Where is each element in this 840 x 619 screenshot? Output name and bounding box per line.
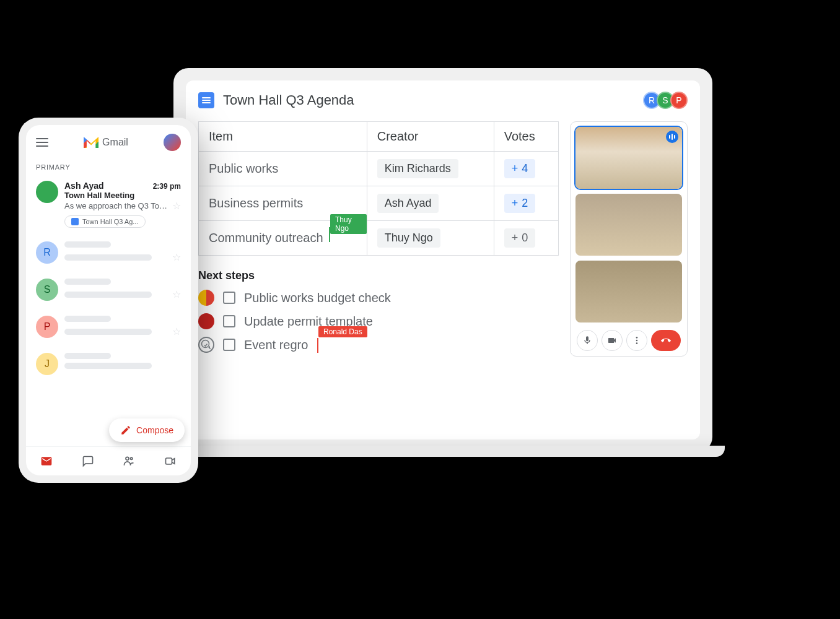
add-assignee-icon[interactable] [198,337,214,353]
step-row[interactable]: Event regro Ronald Das [198,337,559,353]
docs-header: Town Hall Q3 Agenda R S P [198,92,688,109]
docs-mini-icon [71,218,79,225]
meet-participant-tile[interactable] [575,127,682,189]
email-placeholder[interactable]: J [36,345,181,383]
docs-icon [198,92,214,108]
email-preview: As we approach the Q3 Town Ha... [64,201,168,210]
collaborator-avatars: R S P [647,92,688,109]
collaborator-cursor-red [317,338,318,353]
sender-avatar[interactable]: S [36,279,58,301]
vote-chip[interactable]: +2 [504,194,536,213]
cursor-tag-green: Thuy Ngo [330,214,367,234]
svg-rect-8 [165,458,172,464]
phone-frame: Gmail PRIMARY Ash Ayad 2:39 pm Town Hall… [19,118,198,483]
gmail-header: Gmail [26,125,191,160]
star-icon[interactable]: ☆ [172,288,181,300]
laptop-frame: Town Hall Q3 Agenda R S P Item Creator V… [173,68,712,452]
svg-point-7 [131,457,133,459]
email-subject: Town Hall Meeting [64,191,181,200]
svg-point-5 [636,342,638,344]
star-icon[interactable]: ☆ [172,326,181,337]
attachment-chip[interactable]: Town Hall Q3 Ag... [64,215,146,228]
nav-mail-icon[interactable] [40,454,53,468]
email-time: 2:39 pm [153,182,181,191]
svg-point-3 [636,337,638,339]
checkbox[interactable] [223,292,235,304]
step-row[interactable]: Public works budget check [198,290,559,306]
creator-chip[interactable]: Thuy Ngo [377,228,440,248]
table-row[interactable]: Public works Kim Richards +4 [199,152,559,186]
table-row[interactable]: Community outreach Thuy Ngo Thuy Ngo +0 [199,221,559,256]
gmail-brand-text: Gmail [102,137,128,148]
compose-label: Compose [136,425,173,435]
cell-item[interactable]: Public works [199,152,367,186]
more-options-button[interactable] [626,330,647,351]
sender-avatar[interactable] [36,181,58,203]
meet-panel-container [570,121,688,360]
meet-panel [570,121,688,357]
checkbox[interactable] [223,315,235,327]
mic-button[interactable] [577,330,598,351]
creator-chip[interactable]: Kim Richards [377,159,458,178]
sender-avatar[interactable]: R [36,241,58,264]
nav-spaces-icon[interactable] [122,454,136,468]
cell-item[interactable]: Community outreach Thuy Ngo [199,221,367,256]
docs-main[interactable]: Item Creator Votes Public works Kim Rich… [198,121,559,360]
plus-icon: + [512,197,518,210]
assignee-avatar[interactable] [198,313,214,329]
star-icon[interactable]: ☆ [172,200,181,212]
hangup-button[interactable] [651,330,681,351]
attachment-name: Town Hall Q3 Ag... [82,218,139,225]
table-row[interactable]: Business permits Ash Ayad +2 [199,186,559,221]
bottom-nav [26,446,191,475]
profile-avatar[interactable] [164,134,181,151]
email-placeholder[interactable]: R ☆ [36,234,181,271]
email-list[interactable]: Ash Ayad 2:39 pm Town Hall Meeting As we… [26,175,191,446]
laptop-base [161,446,725,457]
col-item: Item [199,122,367,152]
vote-chip[interactable]: +4 [504,159,536,178]
step-row[interactable]: Update permit template [198,313,559,329]
next-steps-heading: Next steps [198,269,559,282]
email-placeholder[interactable]: S ☆ [36,271,181,308]
svg-point-6 [126,457,129,460]
nav-chat-icon[interactable] [81,454,95,468]
assignee-avatar-duo[interactable] [198,290,214,306]
gmail-app: Gmail PRIMARY Ash Ayad 2:39 pm Town Hall… [26,125,191,475]
email-placeholder[interactable]: P ☆ [36,308,181,345]
table-header-row: Item Creator Votes [199,122,559,152]
agenda-table[interactable]: Item Creator Votes Public works Kim Rich… [198,121,559,256]
email-item[interactable]: Ash Ayad 2:39 pm Town Hall Meeting As we… [36,175,181,234]
email-sender: Ash Ayad [64,181,104,191]
sender-avatar[interactable]: P [36,316,58,338]
gmail-m-icon [84,137,98,148]
checkbox[interactable] [223,339,235,351]
menu-icon[interactable] [36,138,48,147]
creator-chip[interactable]: Ash Ayad [377,194,439,213]
gmail-logo[interactable]: Gmail [84,137,128,148]
speaking-indicator-icon [666,131,678,143]
col-votes: Votes [494,122,558,152]
step-text[interactable]: Event regro [244,338,308,352]
compose-button[interactable]: Compose [109,418,185,442]
star-icon[interactable]: ☆ [172,251,181,263]
step-text[interactable]: Public works budget check [244,291,391,305]
camera-button[interactable] [602,330,623,351]
meet-participant-tile[interactable] [575,194,682,256]
docs-app: Town Hall Q3 Agenda R S P Item Creator V… [186,80,700,439]
cursor-tag-red: Ronald Das [318,326,367,337]
docs-title[interactable]: Town Hall Q3 Agenda [223,92,354,108]
col-creator: Creator [367,122,494,152]
svg-point-4 [636,340,638,342]
pencil-icon [120,425,131,436]
plus-icon: + [512,162,518,175]
primary-tab-label[interactable]: PRIMARY [26,160,191,175]
collaborator-avatar-p[interactable]: P [670,92,688,109]
vote-chip[interactable]: +0 [504,228,536,248]
nav-meet-icon[interactable] [164,454,177,468]
sender-avatar[interactable]: J [36,353,58,375]
plus-icon: + [512,232,518,245]
meet-controls [575,330,682,351]
meet-participant-tile[interactable] [575,261,682,322]
